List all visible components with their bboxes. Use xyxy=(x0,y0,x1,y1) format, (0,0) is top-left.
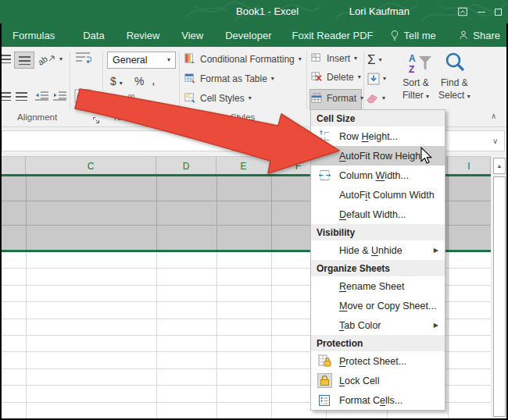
alignment-group-label: Alignment xyxy=(17,112,57,122)
window-title: Book1 - Excel xyxy=(236,5,299,17)
merge-center-icon xyxy=(74,89,91,103)
clear-button[interactable]: ▾ xyxy=(366,93,385,103)
orientation-icon: ab xyxy=(39,53,56,66)
svg-text:₌: ₌ xyxy=(191,58,194,65)
tab-view[interactable]: View xyxy=(181,30,203,41)
scrollbar-thumb[interactable] xyxy=(493,176,506,417)
delete-cells-icon xyxy=(311,71,323,83)
clear-caret: ▾ xyxy=(382,95,385,101)
fill-button[interactable]: ▾ xyxy=(367,73,386,85)
menu-item-autofit-column-width[interactable]: AutoFit Column Width xyxy=(311,185,445,205)
ribbon-tab-bar: FormulasDataReviewViewDeveloperFoxit Rea… xyxy=(0,23,508,47)
menu-item-protect-sheet[interactable]: Protect Sheet... xyxy=(311,351,445,371)
tab-formulas[interactable]: Formulas xyxy=(13,30,55,41)
align-middle-button[interactable] xyxy=(14,52,34,69)
merge-center-dropdown-caret: ▾ xyxy=(95,93,98,99)
svg-text:A: A xyxy=(409,53,416,64)
sort-filter-icon: A Z xyxy=(407,52,434,75)
close-button[interactable]: ✕ xyxy=(503,3,508,20)
tab-label: Review xyxy=(127,30,160,41)
align-left-button[interactable] xyxy=(2,92,11,101)
ribbon-display-options-button[interactable] xyxy=(454,3,471,20)
lock-cell-icon xyxy=(317,373,332,389)
group-separator-4 xyxy=(363,52,364,109)
orientation-button[interactable]: ab ▾ xyxy=(39,53,63,66)
format-cells-icon xyxy=(317,393,332,408)
format-button[interactable]: Format ▾ xyxy=(311,92,363,104)
format-as-table-button[interactable]: Format as Table ▾ xyxy=(184,73,274,84)
format-as-table-icon xyxy=(184,73,196,84)
merge-center-button[interactable]: ▾ xyxy=(74,89,98,103)
menu-item-label: Rename Sheet xyxy=(339,281,404,292)
alignment-dialog-launcher[interactable] xyxy=(92,114,101,128)
collapse-ribbon-button[interactable]: ∧ xyxy=(491,112,496,120)
column-header-E[interactable]: E xyxy=(216,157,271,175)
gridline xyxy=(26,176,27,250)
menu-item-hide-unhide[interactable]: Hide & Unhide▶ xyxy=(311,240,445,260)
find-select-label[interactable]: Find & Select ▾ xyxy=(438,77,470,101)
cell-styles-caret: ▾ xyxy=(249,95,252,101)
tab-tell-me[interactable]: Tell me xyxy=(389,30,436,41)
menu-item-tab-color[interactable]: Tab Color▶ xyxy=(311,315,445,335)
find-select-button[interactable] xyxy=(443,51,467,77)
insert-label: Insert xyxy=(327,53,350,64)
gridline xyxy=(271,176,272,250)
menu-item-move-or-copy-sheet[interactable]: Move or Copy Sheet... xyxy=(311,296,445,315)
column-header-C[interactable]: C xyxy=(26,157,156,175)
person-icon xyxy=(458,30,469,41)
tab-foxit-reader-pdf[interactable]: Foxit Reader PDF xyxy=(292,30,374,41)
gridline xyxy=(156,176,157,250)
column-header-I[interactable]: I xyxy=(448,157,491,175)
menu-item-column-width[interactable]: Column Width... xyxy=(311,166,445,185)
menu-item-autofit-row-height[interactable]: AutoFit Row Height xyxy=(311,146,445,166)
tab-label: Formulas xyxy=(13,30,55,41)
number-format-dropdown[interactable]: General ▾ xyxy=(107,52,176,69)
autosum-button[interactable]: Σ ▾ xyxy=(367,53,382,66)
dialog-launcher-icon xyxy=(92,116,101,125)
submenu-arrow-icon: ▶ xyxy=(434,247,438,254)
insert-cells-button[interactable]: Insert ▾ xyxy=(311,52,357,64)
number-format-caret: ▾ xyxy=(167,57,170,63)
menu-item-row-height[interactable]: Row Height... xyxy=(311,126,445,146)
comma-style-button[interactable]: , xyxy=(152,73,155,87)
conditional-formatting-icon: ₌ xyxy=(184,53,196,65)
delete-label: Delete xyxy=(327,72,354,83)
increase-decimal-button[interactable]: ←.000 xyxy=(106,94,117,107)
decrease-indent-button[interactable] xyxy=(34,91,49,105)
conditional-formatting-caret: ▾ xyxy=(299,56,302,62)
accounting-format-button[interactable]: $ ▾ xyxy=(110,75,123,87)
group-separator-3 xyxy=(306,52,307,109)
delete-cells-button[interactable]: Delete ▾ xyxy=(311,71,361,83)
decrease-decimal-button[interactable]: .00→.0 xyxy=(125,94,136,107)
wrap-text-button[interactable] xyxy=(74,51,91,68)
tab-share[interactable]: Share xyxy=(458,30,500,41)
tab-review[interactable]: Review xyxy=(127,30,160,41)
menu-item-format-cells[interactable]: Format Cells... xyxy=(311,390,445,410)
cell-styles-button[interactable]: Cell Styles ▾ xyxy=(184,92,252,104)
sort-filter-button[interactable]: A Z xyxy=(407,52,434,78)
number-group-label: Number xyxy=(114,112,146,122)
menu-item-label: Move or Copy Sheet... xyxy=(339,301,436,311)
tab-label: Developer xyxy=(225,30,271,41)
tab-data[interactable]: Data xyxy=(83,30,104,41)
align-center-button[interactable] xyxy=(16,92,27,101)
percent-style-button[interactable]: % xyxy=(134,75,144,87)
menu-item-lock-cell[interactable]: Lock Cell xyxy=(311,371,445,390)
column-header-D[interactable]: D xyxy=(156,157,216,175)
menu-item-label: Default Width... xyxy=(339,209,406,220)
increase-indent-button[interactable] xyxy=(52,91,67,105)
group-separator-2 xyxy=(179,52,180,109)
scroll-up-button[interactable]: ▲ xyxy=(493,158,506,174)
sort-filter-label[interactable]: Sort & Filter ▾ xyxy=(402,77,429,101)
format-as-table-caret: ▾ xyxy=(271,76,274,82)
minimize-button[interactable] xyxy=(473,3,490,20)
conditional-formatting-button[interactable]: ₌ Conditional Formatting ▾ xyxy=(184,53,302,65)
column-header-partial[interactable] xyxy=(0,157,26,175)
menu-item-default-width[interactable]: Default Width... xyxy=(311,205,445,224)
insert-cells-icon xyxy=(311,52,323,64)
insert-caret: ▾ xyxy=(354,55,357,62)
menu-item-rename-sheet[interactable]: Rename Sheet xyxy=(311,276,445,296)
expand-formula-bar-button[interactable]: ∨ xyxy=(492,137,498,145)
align-top-button[interactable] xyxy=(2,55,11,63)
tab-developer[interactable]: Developer xyxy=(225,30,271,41)
